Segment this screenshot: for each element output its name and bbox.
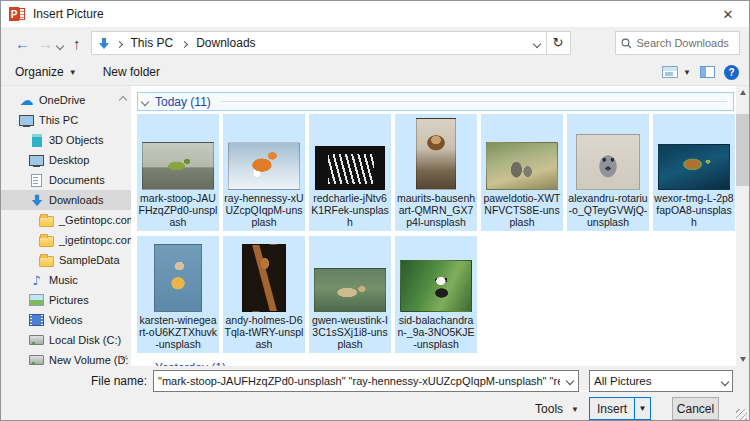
folder-icon: [39, 253, 54, 268]
file-tile[interactable]: ray-hennessy-xUUZcpQIqpM-unsplash: [223, 114, 305, 231]
disk-icon: [29, 333, 44, 348]
tools-button[interactable]: Tools▼: [501, 399, 579, 419]
sidebar-item-local-disk-c[interactable]: Local Disk (C:): [1, 330, 131, 350]
sidebar-item-downloads[interactable]: Downloads: [1, 190, 131, 210]
file-name-caption: andy-holmes-D6Tqla-tWRY-unsplash: [224, 312, 304, 350]
insert-picture-dialog: P Insert Picture ✕ ← → ↑ This PC Downloa…: [0, 0, 750, 421]
onedrive-icon: ☁: [19, 93, 34, 108]
insert-button[interactable]: Insert ▼: [589, 397, 651, 420]
sidebar-item-videos[interactable]: Videos: [1, 310, 131, 330]
file-tile[interactable]: mark-stoop-JAUFHzqZPd0-unsplash: [137, 114, 219, 231]
downloads-icon: [29, 193, 44, 208]
leopard-thumbnail: [314, 268, 386, 312]
file-tile[interactable]: andy-holmes-D6Tqla-tWRY-unsplash: [223, 236, 305, 353]
sidebar-item-label: _Getintopc.com: [59, 214, 131, 226]
file-type-value: All Pictures: [594, 375, 652, 387]
up-button[interactable]: ↑: [69, 36, 85, 51]
collapse-chevron-icon[interactable]: [142, 94, 148, 108]
panda-thumbnail: [400, 260, 472, 312]
views-icon: [662, 66, 678, 78]
preview-pane-icon[interactable]: [700, 66, 715, 78]
zebra-thumbnail: [315, 146, 385, 190]
command-toolbar: Organize▼ New folder ▼ ?: [1, 59, 749, 86]
file-name-caption: sid-balachandran-_9a-3NO5KJE-unsplash: [396, 312, 476, 350]
file-tile[interactable]: gwen-weustink-I3C1sSXj1i8-unsplash: [309, 236, 391, 353]
file-tile[interactable]: paweldotio-XWTNFVCTS8E-unsplash: [481, 114, 563, 231]
videos-icon: [29, 313, 44, 328]
sidebar-item-label: Local Disk (C:): [49, 334, 121, 346]
file-name-combobox[interactable]: [153, 370, 579, 392]
cancel-button[interactable]: Cancel: [672, 397, 719, 420]
sidebar-item-label: Videos: [49, 314, 82, 326]
file-name-caption: mark-stoop-JAUFHzqZPd0-unsplash: [138, 190, 218, 228]
insert-dropdown-icon[interactable]: ▼: [634, 398, 650, 419]
thumbnail-wrap: [138, 238, 218, 312]
sidebar-item-documents[interactable]: Documents: [1, 170, 131, 190]
scroll-down-icon[interactable]: [736, 353, 749, 366]
organize-button[interactable]: Organize▼: [15, 65, 77, 79]
vertical-scrollbar[interactable]: [736, 86, 749, 366]
file-type-select[interactable]: All Pictures: [589, 370, 733, 392]
address-dropdown-icon[interactable]: [534, 36, 540, 50]
file-tile[interactable]: sid-balachandran-_9a-3NO5KJE-unsplash: [395, 236, 477, 353]
close-icon[interactable]: ✕: [715, 7, 741, 22]
dog-thumbnail: [576, 134, 640, 190]
breadcrumb-this-pc[interactable]: This PC: [129, 35, 176, 51]
group-label: Today (11): [155, 95, 211, 109]
new-folder-button[interactable]: New folder: [103, 65, 160, 79]
chevron-down-icon[interactable]: [562, 378, 578, 384]
file-tile[interactable]: karsten-winegeart-oU6KZTXhuvk-unsplash: [137, 236, 219, 353]
folder-icon: [39, 213, 54, 228]
sidebar-item-3d-objects[interactable]: 3D Objects: [1, 130, 131, 150]
sidebar-item-onedrive[interactable]: ☁OneDrive: [1, 90, 131, 110]
sidebar-item-getintopc-com[interactable]: _Getintopc.com: [1, 210, 131, 230]
file-name-input[interactable]: [154, 375, 562, 387]
title-bar: P Insert Picture ✕: [1, 1, 749, 27]
group-header-yesterday[interactable]: Yesterday (1): [137, 358, 734, 366]
sidebar-scroll-down-icon[interactable]: [120, 345, 126, 363]
help-icon[interactable]: ?: [724, 65, 739, 80]
search-icon: [621, 38, 632, 49]
objects3d-icon: [29, 133, 44, 148]
refresh-button[interactable]: ↻: [547, 31, 571, 55]
file-list: Today (11) mark-stoop-JAUFHzqZPd0-unspla…: [131, 86, 749, 366]
breadcrumb-downloads[interactable]: Downloads: [194, 35, 257, 51]
sidebar-item-pictures[interactable]: Pictures: [1, 290, 131, 310]
sidebar-item-music[interactable]: ♪Music: [1, 270, 131, 290]
resize-grip[interactable]: [736, 409, 747, 420]
file-tile[interactable]: alexandru-rotariu-o_QTeyGVWjQ-unsplash: [567, 114, 649, 231]
search-box[interactable]: [615, 31, 740, 55]
thumbnail-wrap: [396, 238, 476, 312]
thumbnail-wrap: [568, 116, 648, 190]
thumbnail-wrap: [310, 116, 390, 190]
lizard-thumbnail: [142, 142, 214, 190]
sidebar-item-label: Downloads: [49, 194, 103, 206]
sidebar-item-igetintopc-com[interactable]: _igetintopc.com: [1, 230, 131, 250]
change-view-button[interactable]: ▼: [662, 66, 691, 78]
thumbnail-wrap: [224, 116, 304, 190]
sidebar-item-this-pc[interactable]: This PC: [1, 110, 131, 130]
sidebar-item-sampledata[interactable]: SampleData: [1, 250, 131, 270]
history-dropdown-icon[interactable]: [57, 36, 65, 51]
sidebar-scroll-up-icon[interactable]: [120, 89, 126, 107]
file-name-caption: ray-hennessy-xUUZcpQIqpM-unsplash: [224, 190, 304, 228]
file-tile[interactable]: maurits-bausenhart-QMRN_GX7p4l-unsplash: [395, 114, 477, 231]
forward-button: →: [34, 36, 57, 51]
sidebar-item-label: Documents: [49, 174, 105, 186]
scroll-up-icon[interactable]: [736, 86, 749, 99]
file-tile[interactable]: wexor-tmg-L-2p8fapOA8-unsplash: [653, 114, 735, 231]
group-divider: [221, 101, 727, 102]
file-tile[interactable]: redcharlie-jNtv6K1RFek-unsplash: [309, 114, 391, 231]
dropdown-caret-icon: ▼: [571, 405, 579, 414]
sidebar-item-desktop[interactable]: Desktop: [1, 150, 131, 170]
group-header-today[interactable]: Today (11): [137, 92, 734, 111]
search-input[interactable]: [637, 37, 734, 49]
sidebar-item-label: Pictures: [49, 294, 89, 306]
back-button[interactable]: ←: [11, 36, 34, 51]
file-name-caption: redcharlie-jNtv6K1RFek-unsplash: [310, 190, 390, 228]
lion-thumbnail: [416, 118, 456, 190]
sidebar-item-new-volume-d[interactable]: New Volume (D:: [1, 350, 131, 366]
address-bar[interactable]: This PC Downloads: [91, 31, 547, 55]
scrollbar-thumb[interactable]: [736, 114, 749, 186]
turtle-thumbnail: [658, 144, 730, 190]
